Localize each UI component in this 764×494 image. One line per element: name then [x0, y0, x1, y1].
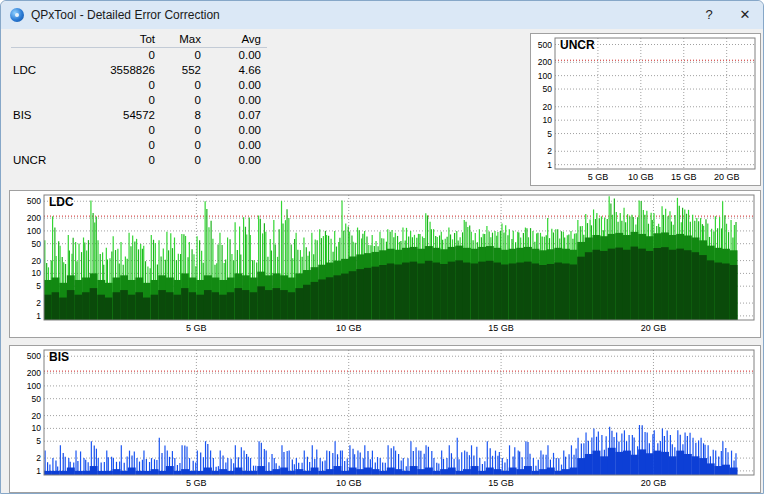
- titlebar-buttons: ? ✕: [691, 1, 763, 29]
- stats-cell: [11, 78, 63, 93]
- stats-cell: 0: [63, 123, 159, 138]
- bis-plot: 1251020501002005005 GB10 GB15 GB20 GBBIS: [10, 346, 760, 492]
- stats-row: UNCR000.00: [11, 153, 267, 168]
- app-icon: [10, 8, 24, 22]
- uncr-plot: 1251020501002005005 GB10 GB15 GB20 GBUNC…: [531, 34, 760, 185]
- svg-text:100: 100: [538, 71, 552, 81]
- svg-text:5 GB: 5 GB: [588, 172, 609, 182]
- svg-text:1: 1: [547, 160, 552, 170]
- svg-text:5: 5: [36, 281, 41, 291]
- stats-cell: 3558826: [63, 63, 159, 78]
- qpxtool-window: QPxTool - Detailed Error Correction ? ✕ …: [0, 0, 764, 494]
- stats-row: LDC35588265524.66: [11, 63, 267, 78]
- svg-text:100: 100: [27, 381, 41, 391]
- stats-cell: UNCR: [11, 153, 63, 168]
- svg-text:2: 2: [547, 146, 552, 156]
- svg-text:2: 2: [36, 453, 41, 463]
- stats-cell: [11, 138, 63, 153]
- close-button[interactable]: ✕: [727, 1, 763, 29]
- svg-text:500: 500: [27, 351, 41, 361]
- stats-cell: BIS: [11, 108, 63, 123]
- svg-text:100: 100: [27, 226, 41, 236]
- stats-cell: 4.66: [205, 63, 265, 78]
- stats-cell: 0.00: [205, 138, 265, 153]
- stats-cell: 0.00: [205, 123, 265, 138]
- stats-cell: 0: [159, 153, 205, 168]
- stats-header-row: TotMaxAvg: [11, 32, 267, 48]
- stats-cell: 0.00: [205, 48, 265, 63]
- svg-text:10 GB: 10 GB: [628, 172, 654, 182]
- svg-text:20 GB: 20 GB: [641, 323, 667, 333]
- svg-text:200: 200: [538, 57, 552, 67]
- stats-table: TotMaxAvg000.00LDC35588265524.66000.0000…: [11, 32, 267, 168]
- svg-text:20 GB: 20 GB: [714, 172, 740, 182]
- stats-cell: 0: [63, 153, 159, 168]
- stats-cell: 0: [63, 93, 159, 108]
- stats-cell: 0: [159, 48, 205, 63]
- ldc-chart: 1251020501002005005 GB10 GB15 GB20 GBLDC: [9, 190, 761, 338]
- stats-cell: [11, 93, 63, 108]
- ldc-plot: 1251020501002005005 GB10 GB15 GB20 GBLDC: [10, 191, 760, 337]
- stats-cell: 0.00: [205, 153, 265, 168]
- svg-text:50: 50: [32, 394, 42, 404]
- stats-cell: LDC: [11, 63, 63, 78]
- stats-cell: 552: [159, 63, 205, 78]
- stats-cell: 0.07: [205, 108, 265, 123]
- svg-text:5: 5: [36, 436, 41, 446]
- stats-row: BIS5457280.07: [11, 108, 267, 123]
- stats-cell: Avg: [205, 32, 265, 47]
- svg-text:5: 5: [547, 129, 552, 139]
- stats-row: 000.00: [11, 48, 267, 63]
- svg-text:20: 20: [32, 256, 42, 266]
- svg-text:10 GB: 10 GB: [336, 478, 362, 488]
- svg-text:5 GB: 5 GB: [186, 323, 207, 333]
- bis-chart: 1251020501002005005 GB10 GB15 GB20 GBBIS: [9, 345, 761, 493]
- svg-text:UNCR: UNCR: [560, 38, 595, 52]
- stats-row: 000.00: [11, 138, 267, 153]
- svg-text:500: 500: [27, 196, 41, 206]
- stats-cell: 0: [159, 93, 205, 108]
- stats-cell: Tot: [63, 32, 159, 47]
- svg-text:20 GB: 20 GB: [641, 478, 667, 488]
- svg-text:10: 10: [32, 268, 42, 278]
- svg-text:50: 50: [543, 84, 553, 94]
- help-button[interactable]: ?: [691, 1, 727, 29]
- svg-text:1: 1: [36, 311, 41, 321]
- stats-cell: 0: [63, 138, 159, 153]
- uncr-chart: 1251020501002005005 GB10 GB15 GB20 GBUNC…: [530, 33, 761, 186]
- svg-text:10: 10: [32, 423, 42, 433]
- svg-text:200: 200: [27, 368, 41, 378]
- stats-cell: 0: [63, 48, 159, 63]
- svg-text:10: 10: [543, 115, 553, 125]
- window-title: QPxTool - Detailed Error Correction: [31, 8, 691, 22]
- stats-cell: 0: [159, 78, 205, 93]
- svg-text:15 GB: 15 GB: [671, 172, 697, 182]
- svg-text:15 GB: 15 GB: [488, 478, 514, 488]
- stats-row: 000.00: [11, 93, 267, 108]
- svg-text:200: 200: [27, 213, 41, 223]
- stats-cell: 54572: [63, 108, 159, 123]
- svg-text:BIS: BIS: [49, 350, 69, 364]
- stats-cell: [11, 32, 63, 47]
- titlebar[interactable]: QPxTool - Detailed Error Correction ? ✕: [1, 1, 763, 29]
- svg-text:1: 1: [36, 466, 41, 476]
- stats-cell: 8: [159, 108, 205, 123]
- svg-text:500: 500: [538, 40, 552, 50]
- stats-row: 000.00: [11, 123, 267, 138]
- stats-cell: [11, 48, 63, 63]
- svg-text:5 GB: 5 GB: [186, 478, 207, 488]
- svg-text:50: 50: [32, 239, 42, 249]
- stats-cell: 0.00: [205, 93, 265, 108]
- svg-text:15 GB: 15 GB: [488, 323, 514, 333]
- stats-cell: Max: [159, 32, 205, 47]
- svg-text:2: 2: [36, 298, 41, 308]
- stats-cell: 0: [159, 123, 205, 138]
- stats-cell: [11, 123, 63, 138]
- svg-text:20: 20: [543, 102, 553, 112]
- svg-text:LDC: LDC: [49, 195, 74, 209]
- stats-row: 000.00: [11, 78, 267, 93]
- svg-text:20: 20: [32, 411, 42, 421]
- stats-cell: 0: [159, 138, 205, 153]
- svg-text:10 GB: 10 GB: [336, 323, 362, 333]
- stats-cell: 0.00: [205, 78, 265, 93]
